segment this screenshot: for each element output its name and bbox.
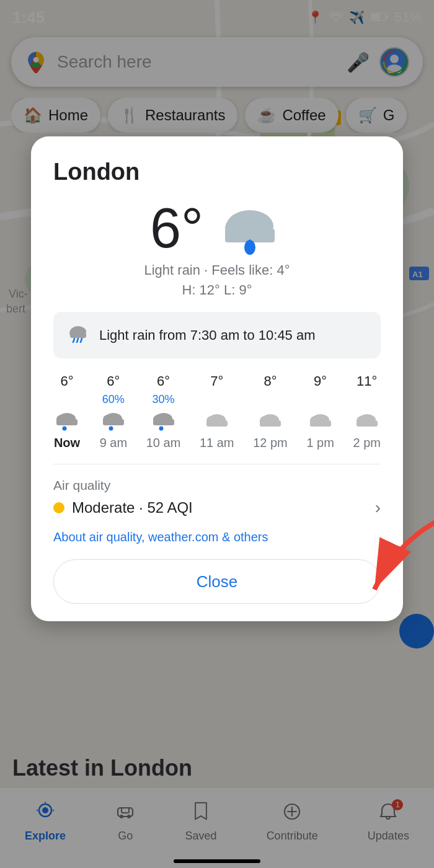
hour-now-temp: 6° (60, 373, 73, 389)
hour-11am-icon (203, 410, 231, 432)
hour-1pm-icon (307, 410, 334, 432)
hour-9am-label: 9 am (100, 436, 127, 450)
svg-line-32 (77, 339, 78, 342)
latest-section: Latest in London (12, 755, 192, 781)
hour-12pm-temp: 8° (264, 373, 277, 389)
air-quality-row[interactable]: Moderate · 52 AQI › (53, 498, 381, 518)
hour-1pm-temp: 9° (314, 373, 327, 389)
svg-line-33 (81, 339, 82, 342)
weather-main-icon (216, 200, 284, 256)
svg-point-38 (63, 427, 67, 431)
svg-rect-30 (70, 333, 86, 338)
air-quality-label: Air quality (53, 478, 381, 493)
svg-rect-37 (56, 419, 78, 425)
hour-2pm-icon (353, 410, 381, 432)
hour-11am: 7° 11 am (200, 373, 234, 450)
hour-2pm-label: 2 pm (353, 436, 380, 450)
high-low: H: 12° L: 9° (53, 282, 381, 298)
hour-1pm: 9° 1 pm (306, 373, 334, 450)
hour-9am: 6° 60% 9 am (100, 373, 127, 450)
svg-rect-52 (206, 420, 228, 427)
svg-rect-64 (356, 420, 378, 427)
city-name: London (53, 159, 381, 185)
hour-10am-temp: 6° (157, 373, 170, 389)
air-quality-dot (53, 502, 64, 513)
hourly-forecast: 6° Now 6° 60% 9 am (53, 373, 381, 464)
hour-12pm-precip (268, 393, 272, 406)
air-quality-value: Moderate · 52 AQI (72, 499, 193, 516)
svg-rect-56 (260, 420, 281, 427)
hour-9am-precip: 60% (102, 393, 125, 406)
temperature-row: 6° (53, 200, 381, 256)
hour-9am-icon (100, 410, 127, 432)
close-button[interactable]: Close (53, 559, 381, 604)
hour-12pm-label: 12 pm (253, 436, 288, 450)
hour-12pm: 8° 12 pm (253, 373, 288, 450)
hour-9am-temp: 6° (107, 373, 120, 389)
rain-alert-icon (67, 323, 89, 347)
hour-now-precip (65, 393, 68, 406)
temperature-value: 6° (150, 200, 203, 256)
air-quality-left: Moderate · 52 AQI (53, 499, 193, 516)
hour-2pm: 11° 2 pm (353, 373, 380, 450)
hour-10am-precip: 30% (153, 393, 175, 406)
rain-alert-bar: Light rain from 7:30 am to 10:45 am (53, 312, 381, 358)
hour-10am-icon (150, 410, 177, 432)
svg-point-48 (159, 427, 163, 431)
rain-alert-text: Light rain from 7:30 am to 10:45 am (99, 327, 316, 343)
air-quality-section: Air quality Moderate · 52 AQI › (53, 478, 381, 518)
hour-now-label: Now (54, 436, 80, 450)
feels-like: Light rain · Feels like: 4° (53, 262, 381, 278)
hour-11am-precip (215, 393, 218, 406)
svg-rect-60 (310, 420, 331, 427)
hour-10am-label: 10 am (146, 436, 181, 450)
weather-card: London 6° Light rain · Feels like: 4° H:… (31, 136, 403, 621)
hour-11am-label: 11 am (200, 436, 234, 450)
svg-point-43 (108, 427, 113, 431)
air-quality-arrow[interactable]: › (375, 498, 381, 518)
hour-2pm-precip (365, 393, 368, 406)
svg-line-31 (73, 339, 74, 342)
hour-10am: 6° 30% 10 am (146, 373, 181, 450)
hour-1pm-precip (319, 393, 322, 406)
hour-12pm-icon (257, 410, 284, 432)
svg-rect-42 (103, 419, 124, 425)
hour-1pm-label: 1 pm (306, 436, 334, 450)
svg-rect-47 (153, 419, 174, 425)
hour-11am-temp: 7° (210, 373, 223, 389)
hour-now: 6° Now (53, 373, 81, 450)
hour-now-icon (53, 410, 81, 432)
air-quality-link[interactable]: About air quality, weather.com & others (53, 530, 381, 544)
latest-title: Latest in London (12, 755, 192, 781)
hour-2pm-temp: 11° (356, 373, 377, 389)
